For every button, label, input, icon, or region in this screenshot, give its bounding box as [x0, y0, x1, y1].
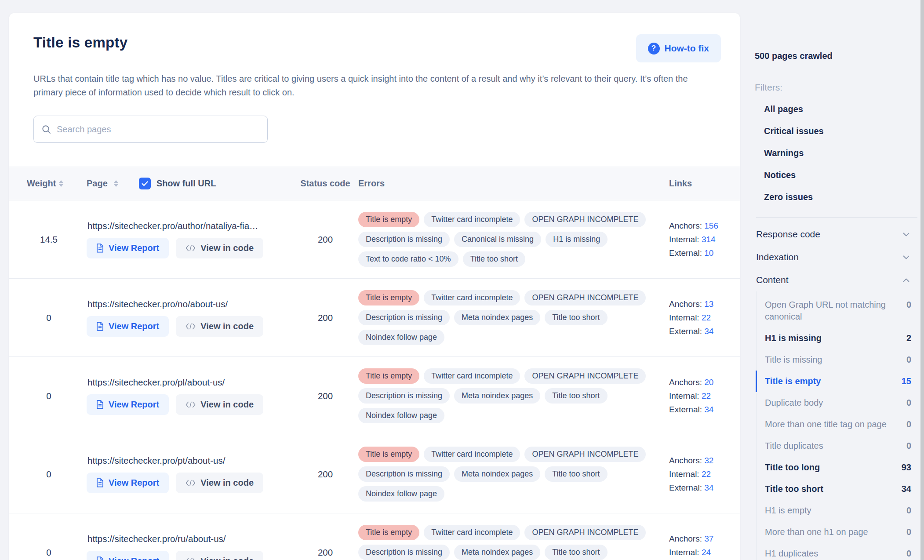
- error-badge: Title is empty: [358, 368, 419, 384]
- view-report-button[interactable]: View Report: [87, 316, 169, 337]
- content-issue-label: Title too long: [765, 462, 820, 473]
- view-in-code-button[interactable]: View in code: [176, 316, 263, 337]
- content-issue-item[interactable]: Duplicate body 0: [757, 392, 917, 414]
- content-issue-item[interactable]: H1 duplicates 0: [757, 543, 917, 560]
- internal-count[interactable]: 22: [702, 391, 711, 400]
- sort-icon[interactable]: [59, 180, 63, 187]
- content-issue-label: H1 is empty: [765, 505, 811, 516]
- view-report-button[interactable]: View Report: [87, 238, 169, 258]
- content-issue-count: 0: [906, 299, 911, 311]
- links-header-label: Links: [669, 178, 692, 189]
- search-icon: [42, 125, 51, 134]
- content-issue-item[interactable]: H1 is missing 2: [757, 327, 917, 349]
- page-cell: https://sitechecker.pro/no/about-us/ Vie…: [87, 299, 292, 337]
- internal-line: Internal: 22: [669, 311, 740, 324]
- content-issue-item[interactable]: More than one title tag on page 0: [757, 414, 917, 435]
- content-issue-label: Title too short: [765, 483, 823, 495]
- content-issue-item[interactable]: H1 is empty 0: [757, 500, 917, 521]
- filter-item[interactable]: Zero issues: [764, 192, 917, 214]
- search-input[interactable]: [57, 124, 259, 135]
- how-to-fix-button[interactable]: ? How-to fix: [636, 34, 721, 62]
- row-actions: View Report View in code: [87, 473, 292, 493]
- column-header-page: Page Show full URL: [87, 178, 292, 189]
- sidebar: 500 pages crawled Filters: All pages Cri…: [755, 0, 917, 560]
- show-full-url-toggle[interactable]: Show full URL: [139, 178, 216, 189]
- checkbox-checked-icon[interactable]: [139, 178, 151, 189]
- filter-item[interactable]: Critical issues: [764, 126, 917, 148]
- error-badges: Title is empty Twitter card incomplete O…: [358, 447, 657, 502]
- view-in-code-button[interactable]: View in code: [176, 238, 263, 258]
- weight-value: 0: [27, 391, 87, 401]
- table-body: 14.5 https://sitechecker.pro/author/nata…: [9, 200, 740, 560]
- content-issue-item[interactable]: Title too long 93: [757, 457, 917, 478]
- view-in-code-button[interactable]: View in code: [176, 473, 263, 493]
- internal-count[interactable]: 22: [702, 469, 711, 479]
- external-count[interactable]: 10: [704, 248, 713, 258]
- error-badge: Description is missing: [358, 388, 450, 404]
- view-report-label: View Report: [109, 321, 159, 331]
- sidebar-section[interactable]: Content: [756, 269, 917, 291]
- view-in-code-button[interactable]: View in code: [176, 551, 263, 560]
- internal-count[interactable]: 22: [702, 313, 711, 322]
- content-issue-count: 15: [902, 375, 911, 387]
- error-badge: Meta noindex pages: [454, 466, 540, 482]
- content-issue-count: 0: [906, 418, 911, 430]
- row-actions: View Report View in code: [87, 551, 292, 560]
- anchors-count[interactable]: 32: [704, 456, 713, 465]
- external-count[interactable]: 34: [704, 405, 713, 414]
- anchors-line: Anchors: 32: [669, 454, 740, 467]
- internal-count[interactable]: 314: [702, 235, 716, 244]
- view-report-button[interactable]: View Report: [87, 551, 169, 560]
- anchors-count[interactable]: 13: [704, 299, 713, 309]
- page-scrollbar[interactable]: [920, 0, 924, 560]
- column-header-status-code: Status code: [292, 178, 358, 189]
- content-issue-item[interactable]: More than one h1 on page 0: [757, 521, 917, 543]
- filter-item[interactable]: Warnings: [764, 148, 917, 170]
- page-url[interactable]: https://sitechecker.pro/author/nataliya-…: [87, 221, 281, 231]
- error-badge: Title too short: [463, 251, 525, 267]
- filter-item[interactable]: All pages: [764, 104, 917, 126]
- error-badge: Title too short: [545, 388, 607, 404]
- content-issue-item[interactable]: Title too short 34: [757, 478, 917, 500]
- sort-icon[interactable]: [114, 180, 118, 187]
- page-url[interactable]: https://sitechecker.pro/pl/about-us/: [87, 377, 281, 388]
- content-issue-item[interactable]: Title is empty 15: [756, 371, 917, 392]
- internal-count[interactable]: 24: [702, 548, 711, 557]
- error-badge: OPEN GRAPH INCOMPLETE: [524, 447, 646, 462]
- sidebar-section[interactable]: Indexation: [756, 246, 917, 269]
- page-url[interactable]: https://sitechecker.pro/ru/about-us/: [87, 534, 281, 544]
- page-cell: https://sitechecker.pro/ru/about-us/ Vie…: [87, 534, 292, 560]
- view-report-button[interactable]: View Report: [87, 473, 169, 493]
- weight-value: 14.5: [27, 234, 87, 245]
- document-icon: [96, 322, 104, 331]
- weight-value: 0: [27, 547, 87, 558]
- error-badge: OPEN GRAPH INCOMPLETE: [524, 525, 646, 540]
- page-title: Title is empty: [33, 34, 128, 51]
- anchors-count[interactable]: 20: [704, 378, 713, 387]
- external-count[interactable]: 34: [704, 327, 713, 336]
- content-issue-item[interactable]: Title duplicates 0: [757, 435, 917, 457]
- view-report-button[interactable]: View Report: [87, 394, 169, 415]
- view-in-code-label: View in code: [200, 478, 254, 488]
- sidebar-section[interactable]: Response code: [756, 223, 917, 246]
- error-badges: Title is empty Twitter card incomplete O…: [358, 290, 657, 345]
- filter-item[interactable]: Notices: [764, 170, 917, 192]
- weight-header-label: Weight: [27, 178, 56, 189]
- code-icon: [186, 480, 196, 486]
- external-count[interactable]: 34: [704, 483, 713, 492]
- anchors-count[interactable]: 156: [704, 221, 718, 230]
- page-url[interactable]: https://sitechecker.pro/no/about-us/: [87, 299, 281, 309]
- internal-line: Internal: 22: [669, 389, 740, 403]
- error-badge: Noindex follow page: [358, 408, 444, 423]
- content-issue-count: 0: [906, 526, 911, 538]
- content-issue-item[interactable]: Title is missing 0: [757, 349, 917, 371]
- view-in-code-button[interactable]: View in code: [176, 394, 263, 415]
- content-issue-item[interactable]: Open Graph URL not matching canonical 0: [757, 294, 917, 327]
- page-header-label[interactable]: Page: [87, 178, 108, 189]
- error-badge: Twitter card incomplete: [424, 290, 520, 305]
- anchors-count[interactable]: 37: [704, 534, 713, 543]
- column-header-weight[interactable]: Weight: [27, 178, 87, 189]
- column-header-errors: Errors: [358, 178, 669, 189]
- sidebar-section-label: Indexation: [756, 252, 799, 262]
- page-url[interactable]: https://sitechecker.pro/pt/about-us/: [87, 455, 281, 466]
